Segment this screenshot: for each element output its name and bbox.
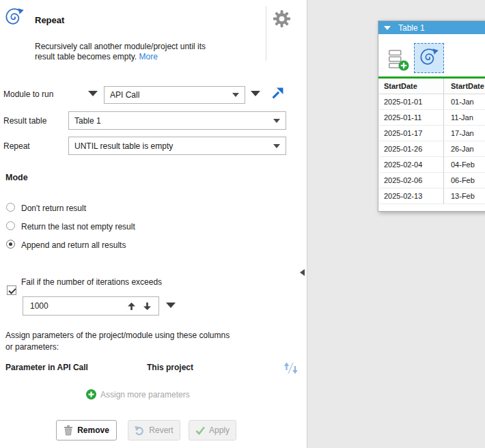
easymorph-workspace: Repeat Recursively call another module/p… xyxy=(0,0,485,448)
header-divider xyxy=(266,6,266,61)
swap-parameters-icon[interactable] xyxy=(283,361,299,375)
assign-parameters-text-line1: Assign parameters of the project/module … xyxy=(5,331,230,340)
table-row: 2025-01-11 11-Jan xyxy=(379,110,485,126)
remove-button[interactable]: Remove xyxy=(56,420,117,440)
cell: 06-Feb xyxy=(444,173,485,188)
mode-header: Mode xyxy=(5,173,28,182)
cell: 2025-01-17 xyxy=(379,126,444,141)
table-1-panel: Table 1 xyxy=(378,20,485,212)
radio-return-last-result-label: Return the last not empty result xyxy=(21,222,135,232)
table-row: 2025-02-06 06-Feb xyxy=(379,173,485,188)
open-module-icon[interactable] xyxy=(271,87,284,100)
iterations-input[interactable]: 1000 xyxy=(23,296,159,316)
action-description-line1: Recursively call another module/project … xyxy=(35,42,206,51)
repeat-icon xyxy=(5,8,24,27)
more-link[interactable]: More xyxy=(139,52,158,61)
cell: 04-Feb xyxy=(444,157,485,173)
result-table-grid: StartDate StartDate 2025-01-01 01-Jan 20… xyxy=(379,79,485,204)
param-header-left: Parameter in API Call xyxy=(5,363,88,372)
fail-iterations-label: Fail if the number of iterations exceeds xyxy=(21,277,162,287)
cell: 2025-02-06 xyxy=(379,173,444,188)
param-header-right: This project xyxy=(147,363,193,372)
generate-list-icon[interactable] xyxy=(386,47,411,72)
cell: 11-Jan xyxy=(444,110,485,126)
table-row: 2025-01-17 17-Jan xyxy=(379,126,485,141)
cell: 2025-02-04 xyxy=(379,157,444,173)
radio-dont-return-result-label: Don't return result xyxy=(21,204,86,213)
radio-append-all-results-label: Append and return all results xyxy=(21,240,126,250)
action-description-line2: result table becomes empty. More xyxy=(35,52,158,61)
repeat-condition-select[interactable]: UNTIL result table is empty xyxy=(68,137,286,155)
radio-dont-return-result[interactable] xyxy=(6,203,15,212)
spinner-down-icon[interactable] xyxy=(143,303,151,310)
action-toolbar xyxy=(378,34,485,76)
repeat-action-panel: Repeat Recursively call another module/p… xyxy=(0,0,307,448)
table-panel-header[interactable]: Table 1 xyxy=(378,21,485,34)
module-options-dropdown[interactable] xyxy=(251,91,260,96)
table-panel-title: Table 1 xyxy=(398,23,425,33)
cell: 2025-01-01 xyxy=(379,94,444,110)
cell: 01-Jan xyxy=(444,94,485,110)
apply-check-icon xyxy=(195,426,205,435)
cell: 2025-02-13 xyxy=(379,188,444,204)
action-title: Repeat xyxy=(35,15,64,25)
chevron-down-icon xyxy=(273,119,280,123)
table-row: 2025-01-26 26-Jan xyxy=(379,141,485,157)
add-icon[interactable] xyxy=(86,389,96,400)
assign-parameters-text-line2: or parameters: xyxy=(5,342,59,352)
cell: 17-Jan xyxy=(444,126,485,141)
table-row: 2025-02-04 04-Feb xyxy=(379,157,485,173)
cell: 2025-01-11 xyxy=(379,110,444,126)
cell: 13-Feb xyxy=(444,188,485,204)
trash-icon xyxy=(64,425,73,436)
repeat-action-selected[interactable] xyxy=(414,43,444,73)
module-to-run-label: Module to run xyxy=(3,89,53,99)
column-header[interactable]: StartDate xyxy=(444,79,485,94)
module-source-dropdown[interactable] xyxy=(88,91,98,96)
spinner-up-icon[interactable] xyxy=(128,303,135,310)
apply-button[interactable]: Apply xyxy=(189,420,236,440)
iterations-value: 1000 xyxy=(23,301,48,311)
assign-more-parameters-link[interactable]: Assign more parameters xyxy=(100,390,190,400)
result-table-label: Result table xyxy=(3,116,46,126)
chevron-down-icon xyxy=(232,93,239,97)
revert-icon xyxy=(135,425,145,436)
table-header-row: StartDate StartDate xyxy=(379,79,485,94)
cell: 26-Jan xyxy=(444,141,485,157)
panel-collapse-handle[interactable] xyxy=(300,269,305,276)
table-row: 2025-01-01 01-Jan xyxy=(379,94,485,110)
module-select[interactable]: API Call xyxy=(104,86,245,104)
column-header[interactable]: StartDate xyxy=(379,79,444,94)
iterations-parameter-dropdown[interactable] xyxy=(166,303,176,308)
settings-gear-icon[interactable] xyxy=(273,10,291,28)
fail-iterations-checkbox[interactable] xyxy=(7,285,16,295)
collapse-table-icon xyxy=(384,26,391,30)
cell: 2025-01-26 xyxy=(379,141,444,157)
radio-append-all-results[interactable] xyxy=(6,240,15,249)
chevron-down-icon xyxy=(273,144,280,148)
result-table-select[interactable]: Table 1 xyxy=(68,111,286,130)
table-row: 2025-02-13 13-Feb xyxy=(379,188,485,204)
repeat-condition-label: Repeat xyxy=(3,141,30,151)
revert-button[interactable]: Revert xyxy=(128,420,180,440)
radio-return-last-result[interactable] xyxy=(6,221,15,230)
